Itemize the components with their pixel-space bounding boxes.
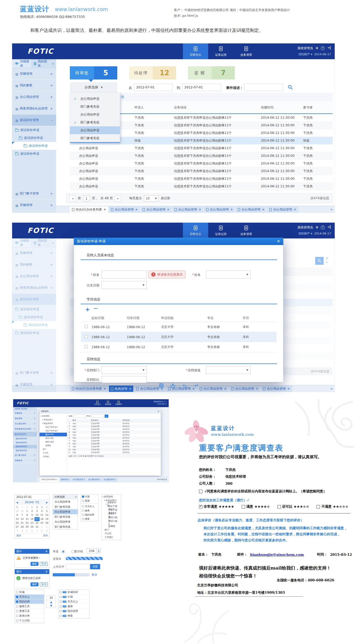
nav-item[interactable]: 业务管理 bbox=[113, 399, 124, 407]
sidebar-tab-function-menu[interactable]: 功能菜单 bbox=[12, 59, 31, 68]
radio-selected[interactable] bbox=[62, 550, 65, 553]
cancel-button[interactable]: 取消 bbox=[40, 562, 48, 566]
table-row[interactable]: 7 mgc 信息技术部 技术专员 bbox=[67, 440, 161, 442]
calendar-day[interactable]: 8 bbox=[40, 529, 45, 533]
table-row[interactable]: 11 mgc 信息技术部 技术专员 bbox=[67, 451, 161, 454]
rating-checkbox[interactable] bbox=[278, 505, 281, 508]
menu-item[interactable]: 办公用品申请 bbox=[53, 499, 78, 504]
ok-button[interactable]: 确定 bbox=[31, 562, 38, 566]
education-row[interactable]: 1988-06-12 1988-06-12 北京大学 专业名称 本科 bbox=[81, 322, 276, 332]
nav-item[interactable]: 证券运营 bbox=[208, 223, 233, 238]
expand-badge[interactable]: + bbox=[50, 107, 53, 111]
table-row[interactable]: 6 mgc 信息技术部 技术专员 bbox=[67, 437, 161, 440]
col-major[interactable]: 专业 bbox=[207, 316, 243, 320]
calendar-day[interactable]: 1 bbox=[25, 509, 30, 513]
category-select[interactable]: 分类选择 ▼ bbox=[70, 82, 117, 93]
ok-button[interactable]: 确定 bbox=[31, 582, 38, 586]
row-checkbox[interactable] bbox=[85, 325, 88, 328]
list-item[interactable]: 天天向上 bbox=[15, 595, 44, 599]
tree-node[interactable]: ▸中后台部门 bbox=[40, 418, 67, 422]
channel-select[interactable]: ▼ bbox=[206, 366, 251, 374]
document-tab[interactable]: 待办/已办任务列表 ✕ bbox=[40, 478, 59, 482]
tree-node[interactable]: 子公司 bbox=[101, 532, 121, 536]
calendar-day[interactable]: 21 bbox=[20, 521, 25, 525]
sidebar-item[interactable]: 部门餐卡管理 + bbox=[12, 188, 56, 199]
checkbox[interactable] bbox=[60, 610, 62, 612]
col-end-date[interactable]: 结束日期 bbox=[127, 316, 161, 320]
dept-select[interactable]: ▼ bbox=[101, 366, 147, 374]
list-item[interactable]: 长城 bbox=[15, 590, 44, 595]
tree-node[interactable]: 综合下发平台1 bbox=[40, 425, 67, 429]
tree-item[interactable]: 面试评价申请 bbox=[12, 150, 56, 158]
birth-select[interactable]: ▼ bbox=[101, 281, 147, 289]
tree-node[interactable]: 部门 bbox=[101, 528, 121, 532]
close-icon[interactable]: ✕ bbox=[104, 208, 106, 211]
dropdown-item[interactable]: ✓ 办公用品申请 bbox=[70, 95, 120, 103]
calendar-day[interactable]: 10 bbox=[35, 513, 40, 517]
export-icon[interactable] bbox=[170, 383, 176, 389]
calendar-day[interactable]: 2 bbox=[30, 509, 35, 513]
sidebar-collapse-icon[interactable]: « bbox=[50, 62, 56, 66]
expand-badge[interactable]: – bbox=[51, 118, 53, 122]
tree-item[interactable]: 面试评价申请 bbox=[12, 134, 56, 142]
close-icon[interactable]: ✕ bbox=[294, 208, 296, 211]
tree-node[interactable]: 子公司 bbox=[40, 451, 67, 455]
list-item[interactable]: 我的归档 bbox=[15, 599, 44, 604]
table-row[interactable]: 2 mgc 信息技术部 技术专员 bbox=[67, 425, 161, 428]
table-row[interactable]: 10 mgc 信息技术部 技术专员 bbox=[67, 448, 161, 451]
rating-option[interactable]: 非常满意 ★★★★★ bbox=[199, 504, 234, 509]
table-row[interactable]: 办公用品申请 卞洪杰 信息技术部卞洪杰申请办公用品胶棒11个 2014-06-1… bbox=[70, 175, 333, 183]
dropdown-item[interactable]: ✓ 办公用品申请 bbox=[70, 126, 120, 134]
dropdown-item[interactable]: ✓ 部门参考充值 bbox=[70, 134, 120, 142]
calendar-day[interactable]: 30 bbox=[30, 525, 35, 529]
up-icon[interactable]: ▲ bbox=[47, 600, 56, 604]
checkbox[interactable] bbox=[60, 591, 62, 593]
browse-button[interactable]: 浏览 bbox=[90, 564, 100, 569]
calendar-day[interactable]: 27 bbox=[15, 525, 20, 529]
tree-node[interactable]: 部门 bbox=[40, 447, 67, 451]
tree-node[interactable]: 测试小组1 bbox=[40, 436, 67, 440]
pagination[interactable]: ◀ 第 1 页，共 48 页 ▶ 每页显示 10 ▾ 条记录 bbox=[67, 454, 161, 458]
calendar-day[interactable]: 5 bbox=[25, 529, 30, 533]
sidebar-item[interactable]: 车辆管理 + bbox=[12, 68, 56, 80]
checkbox[interactable] bbox=[82, 514, 84, 516]
checkbox[interactable] bbox=[60, 615, 62, 617]
dropdown-item[interactable]: ✓ 部门参考充值 bbox=[70, 118, 120, 126]
card-pending-process[interactable]: 待处理 12 bbox=[129, 66, 176, 79]
tree-node[interactable]: 工作组1 bbox=[101, 536, 121, 539]
document-tab[interactable]: 办公用品管理 ✕ bbox=[109, 206, 140, 213]
tree-node[interactable]: ▾外贸信托 bbox=[101, 495, 121, 499]
checkbox[interactable] bbox=[82, 500, 84, 502]
rating-checkbox[interactable] bbox=[199, 505, 202, 508]
sidebar-item[interactable]: 商务用酒&礼品管理 + bbox=[12, 103, 56, 114]
calendar-day[interactable]: 12 bbox=[44, 513, 49, 517]
card-reminder[interactable]: 提 醒 7 bbox=[188, 66, 235, 79]
gender-filter-select[interactable] bbox=[91, 415, 104, 418]
checkbox[interactable] bbox=[16, 615, 18, 617]
calendar-day[interactable]: 7 bbox=[20, 513, 25, 517]
option[interactable]: 健身 bbox=[81, 508, 98, 513]
logout-icon[interactable] bbox=[327, 225, 331, 230]
calendar-day[interactable]: 31 bbox=[35, 525, 40, 529]
list-item[interactable]: CN 我的优势 bbox=[58, 609, 89, 613]
undo-icon[interactable] bbox=[182, 383, 187, 389]
date-to-input[interactable]: 2012-07-01 bbox=[182, 84, 221, 91]
checkbox[interactable] bbox=[16, 605, 18, 607]
calendar-day[interactable]: 26 bbox=[44, 521, 49, 525]
stepper-arrows[interactable]: ▲▼ bbox=[97, 548, 101, 553]
list-item[interactable]: 个人日程 bbox=[15, 618, 44, 623]
close-icon[interactable]: ✕ bbox=[230, 208, 233, 211]
close-icon[interactable]: ✕ bbox=[45, 550, 48, 553]
logout-icon[interactable] bbox=[327, 46, 331, 51]
sidebar-item[interactable]: 我的参数 + bbox=[12, 80, 56, 91]
nav-item[interactable]: 业务管理 bbox=[233, 43, 259, 59]
option[interactable]: 天天向上 bbox=[81, 504, 98, 508]
dropdown-item[interactable]: ✓ 部门参考充值 bbox=[70, 103, 120, 111]
checkbox[interactable] bbox=[82, 496, 84, 498]
calendar-day[interactable]: 22 bbox=[25, 521, 30, 525]
document-tab[interactable]: 办公用品管理 ✕ bbox=[71, 478, 86, 482]
calendar-day[interactable]: 23 bbox=[30, 521, 35, 525]
expand-badge[interactable]: + bbox=[50, 72, 53, 76]
document-tab[interactable]: 办公用品管理 ✕ bbox=[204, 206, 235, 213]
sidebar-item[interactable]: 我的参数+ bbox=[13, 416, 37, 421]
